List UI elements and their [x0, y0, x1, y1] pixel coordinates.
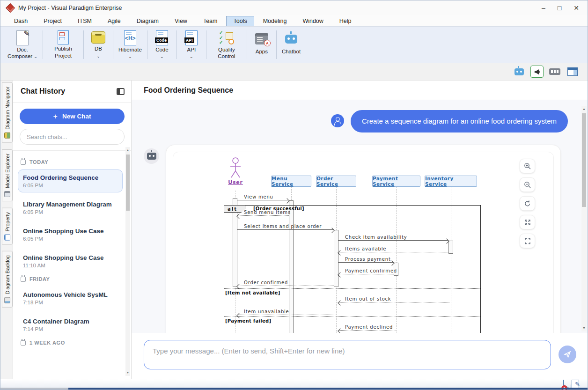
scroll-up-arrow[interactable]: ▲ — [125, 148, 130, 153]
toolbar-separator — [176, 30, 177, 59]
toolbar-separator — [43, 30, 43, 59]
filmstrip-icon[interactable] — [548, 66, 561, 78]
zoom-out-icon[interactable] — [520, 177, 535, 192]
app-window: My Project - Visual Paradigm Enterprise … — [0, 0, 588, 390]
lifeline-head[interactable]: Menu Service — [271, 176, 311, 187]
diagram-backlog-icon — [4, 297, 10, 303]
chat-item[interactable]: Online Shopping Use Case 11:10 AM — [18, 250, 123, 272]
scroll-down-arrow[interactable]: ▼ — [581, 326, 587, 331]
tool-publish-project[interactable]: Publish Project — [44, 29, 82, 61]
message: Order confirmed — [237, 279, 334, 286]
calendar-icon — [21, 160, 26, 165]
chevron-down-icon: ⌄ — [96, 54, 100, 59]
lifeline-head[interactable]: Payment Service — [372, 176, 420, 187]
tool-quality-control[interactable]: ✓✓✓ Quality Control — [207, 29, 246, 61]
collapse-panel-icon[interactable] — [117, 88, 125, 95]
chat-item[interactable]: Autonomous Vehicle SysML 7:18 PM — [18, 287, 123, 309]
lifeline-head[interactable]: Inventory Service — [425, 176, 477, 187]
chat-item[interactable]: Food Ordering Sequence 6:05 PM — [18, 169, 123, 192]
diagram-zoom-controls — [520, 159, 535, 248]
app-logo-icon — [6, 3, 15, 13]
utility-row — [0, 63, 588, 81]
toolbar-separator — [276, 30, 277, 59]
menu-team[interactable]: Team — [196, 16, 225, 26]
megaphone-icon[interactable] — [530, 66, 544, 78]
publish-project-icon — [58, 30, 69, 44]
hibernate-icon: <H> — [124, 30, 136, 45]
apps-icon: A — [255, 30, 268, 47]
close-button[interactable]: ✕ — [573, 4, 579, 12]
section-header-week-ago: 1 WEEK AGO — [21, 340, 123, 346]
robot-icon[interactable] — [513, 66, 526, 78]
tool-db[interactable]: DB⌄ — [85, 29, 112, 61]
tool-apps[interactable]: A Apps — [248, 29, 275, 61]
scrollbar-thumb[interactable] — [582, 113, 586, 207]
user-message-bubble: Create a sequence diagram for an online … — [351, 110, 568, 132]
message: Payment confirmed — [338, 267, 394, 274]
doc-composer-icon: ✎ — [16, 30, 29, 45]
toolbar-separator — [206, 30, 206, 59]
scroll-down-arrow[interactable]: ▼ — [125, 370, 130, 375]
model-explorer-icon — [4, 191, 10, 197]
chat-item[interactable]: C4 Container Diagram 7:14 PM — [18, 313, 123, 336]
chat-item[interactable]: Library Management Diagram 6:05 PM — [18, 196, 123, 219]
main-area: Food Ordering Sequence Create a sequence… — [132, 81, 588, 379]
menu-bar: Dash Project ITSM Agile Diagram View Tea… — [0, 15, 588, 27]
sidebar-tab-model-explorer[interactable]: Model Explorer — [2, 149, 13, 201]
chat-history-title: Chat History — [21, 87, 65, 96]
menu-dash[interactable]: Dash — [7, 16, 35, 26]
new-chat-button[interactable]: + New Chat — [20, 109, 125, 124]
search-chats-input[interactable] — [20, 129, 125, 145]
page-title: Food Ordering Sequence — [144, 86, 233, 95]
maximize-button[interactable]: □ — [558, 4, 561, 12]
sidebar-tab-diagram-navigator[interactable]: Diagram Navigator — [2, 82, 13, 143]
message: Item unavailable — [237, 308, 336, 315]
section-header-today: TODAY — [21, 159, 123, 165]
send-button[interactable] — [559, 346, 576, 363]
expand-icon[interactable] — [520, 215, 535, 229]
menu-tools[interactable]: Tools — [226, 16, 254, 26]
reset-view-icon[interactable] — [520, 196, 535, 211]
code-file-icon: Code — [156, 30, 168, 45]
tool-doc-composer[interactable]: ✎ Doc. Composer ⌄ — [3, 29, 42, 61]
plus-icon: + — [53, 112, 58, 121]
window-bottom-edge — [0, 388, 588, 390]
chat-conversation-area: Create a sequence diagram for an online … — [132, 100, 588, 379]
menu-modeling[interactable]: Modeling — [256, 16, 294, 26]
scrollbar-thumb[interactable] — [126, 155, 130, 211]
conversation-scrollbar[interactable]: ▲ ▼ — [581, 106, 587, 331]
chat-item[interactable]: Online Shopping Use Case 6:05 PM — [18, 223, 123, 246]
scroll-up-arrow[interactable]: ▲ — [581, 107, 587, 111]
minimize-button[interactable]: – — [542, 4, 545, 12]
chat-list-scrollbar[interactable]: ▲ ▼ — [125, 147, 130, 376]
toolbar-separator — [113, 30, 113, 59]
menu-view[interactable]: View — [168, 16, 194, 26]
menu-project[interactable]: Project — [37, 16, 69, 26]
side-tab-strip: Diagram Navigator Model Explorer Propert… — [0, 81, 13, 379]
menu-agile[interactable]: Agile — [101, 16, 128, 26]
actor-label: User — [224, 179, 247, 185]
property-icon — [4, 234, 10, 240]
message: Item out of stock — [338, 295, 449, 302]
sidebar-tab-property[interactable]: Property — [2, 208, 13, 245]
tool-code[interactable]: Code Code⌄ — [148, 29, 176, 61]
toolbar-separator — [247, 30, 247, 59]
window-title: My Project - Visual Paradigm Enterprise — [18, 5, 542, 11]
panel-layout-icon[interactable] — [566, 66, 579, 78]
tool-hibernate[interactable]: <H> Hibernate⌄ — [114, 29, 146, 61]
message: Items available — [338, 245, 448, 252]
menu-itsm[interactable]: ITSM — [71, 16, 99, 26]
sidebar-tab-diagram-backlog[interactable]: Diagram Backlog — [2, 251, 13, 308]
zoom-in-icon[interactable] — [520, 159, 535, 173]
menu-help[interactable]: Help — [332, 16, 359, 26]
tool-api[interactable]: API API⌄ — [178, 29, 205, 61]
menu-window[interactable]: Window — [295, 16, 330, 26]
message-input[interactable] — [144, 340, 551, 369]
chevron-down-icon: ⌄ — [190, 54, 193, 59]
fullscreen-icon[interactable] — [520, 234, 535, 248]
menu-diagram[interactable]: Diagram — [130, 16, 166, 26]
quality-control-icon: ✓✓✓ — [219, 30, 234, 45]
message: Send menu items — [237, 208, 289, 216]
tool-chatbot[interactable]: Chatbot — [278, 29, 305, 61]
lifeline-head[interactable]: Order Service — [316, 176, 356, 187]
